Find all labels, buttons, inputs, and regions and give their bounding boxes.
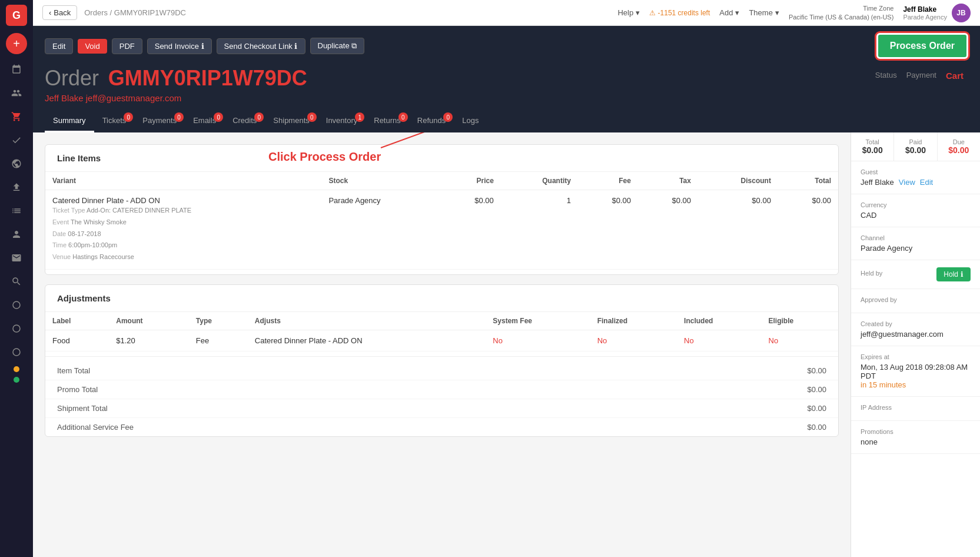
adj-cell-type: Fee: [189, 330, 248, 351]
tab-inventory[interactable]: Inventory 1: [318, 110, 366, 132]
topnav-right: Help ▾ ⚠ -1151 credits left Add ▾ Theme …: [617, 4, 971, 22]
adj-cell-adjusts: Catered Dinner Plate - ADD ON: [248, 330, 486, 351]
rs-total-paid: Paid $0.00: [894, 132, 937, 161]
adjustments-card: Adjustments Label Amount Type Adjusts Sy…: [45, 284, 839, 437]
line-items-header: Line Items: [45, 145, 838, 172]
adj-header-row: Label Amount Type Adjusts System Fee Fin…: [45, 312, 838, 330]
tab-refunds[interactable]: Refunds 0: [409, 110, 454, 132]
adj-col-sysfee: System Fee: [486, 312, 590, 330]
line-items-content: Variant Stock Price Quantity Fee Tax Dis…: [45, 172, 838, 274]
rs-guest-row: Jeff Blake View Edit: [861, 178, 971, 187]
cell-quantity: 1: [501, 190, 578, 270]
col-quantity: Quantity: [501, 172, 578, 190]
user-info: Jeff Blake Parade Agency JB: [903, 4, 971, 22]
theme-menu[interactable]: Theme ▾: [749, 8, 779, 17]
credits-indicator: ⚠ -1151 credits left: [649, 9, 710, 17]
duplicate-button[interactable]: Duplicate ⧉: [310, 38, 365, 54]
sidebar-icon-search[interactable]: [6, 271, 27, 292]
tab-returns[interactable]: Returns 0: [366, 110, 409, 132]
status-tab[interactable]: Status: [875, 71, 897, 81]
col-price: Price: [441, 172, 501, 190]
table-row: Catered Dinner Plate - ADD ON Ticket Typ…: [45, 190, 838, 270]
svg-point-0: [13, 301, 20, 309]
sidebar-icon-person[interactable]: [6, 224, 27, 245]
line-items-table: Variant Stock Price Quantity Fee Tax Dis…: [45, 172, 838, 270]
sidebar-icon-mail[interactable]: [6, 247, 27, 268]
add-menu[interactable]: Add ▾: [719, 8, 739, 17]
rs-total-total: Total $0.00: [851, 132, 894, 161]
breadcrumb: Orders / GMMY0RIP1W79DC: [84, 8, 186, 17]
send-invoice-button[interactable]: Send Invoice ℹ: [147, 38, 212, 54]
rs-created-by: Created by jeff@guestmanager.com: [851, 313, 980, 346]
rs-approved-by: Approved by: [851, 289, 980, 313]
col-discount: Discount: [698, 172, 778, 190]
rs-ip-address: IP Address: [851, 397, 980, 421]
adj-col-label: Label: [45, 312, 109, 330]
sidebar-add-button[interactable]: +: [6, 33, 27, 54]
back-button[interactable]: ‹ Back: [42, 5, 77, 20]
tab-summary[interactable]: Summary: [45, 110, 94, 132]
line-items-header-row: Variant Stock Price Quantity Fee Tax Dis…: [45, 172, 838, 190]
order-action-bar: Edit Void PDF Send Invoice ℹ Send Checko…: [45, 33, 968, 59]
app-logo[interactable]: G: [6, 5, 27, 26]
cell-total: $0.00: [778, 190, 838, 270]
sidebar-icon-globe[interactable]: [6, 153, 27, 174]
hold-button[interactable]: Hold ℹ: [936, 267, 971, 281]
adj-col-adjusts: Adjusts: [248, 312, 486, 330]
sidebar: G +: [0, 0, 33, 557]
payment-tab[interactable]: Payment: [906, 71, 936, 81]
cell-discount: $0.00: [698, 190, 778, 270]
sidebar-icon-people[interactable]: [6, 82, 27, 104]
adjustments-content: Label Amount Type Adjusts System Fee Fin…: [45, 312, 838, 352]
col-tax: Tax: [638, 172, 698, 190]
edit-button[interactable]: Edit: [45, 38, 73, 54]
sidebar-dot-green: [14, 377, 19, 383]
order-customer: Jeff Blake jeff@guestmanager.com: [45, 93, 875, 103]
rs-totals: Total $0.00 Paid $0.00 Due $0.00: [851, 132, 980, 161]
adjustments-table: Label Amount Type Adjusts System Fee Fin…: [45, 312, 838, 352]
sidebar-icon-circle1[interactable]: [6, 294, 27, 316]
adj-cell-label: Food: [45, 330, 109, 351]
sidebar-icon-check[interactable]: [6, 130, 27, 151]
totals-section: Item Total $0.00 Promo Total $0.00 Shipm…: [45, 356, 838, 436]
tab-logs[interactable]: Logs: [454, 110, 487, 132]
help-menu[interactable]: Help ▾: [617, 8, 640, 17]
rs-promotions: Promotions none: [851, 421, 980, 454]
tab-credits[interactable]: Credits 0: [224, 110, 265, 132]
rs-expires-at: Expires at Mon, 13 Aug 2018 09:28:08 AM …: [851, 346, 980, 397]
sidebar-icon-cart[interactable]: [6, 106, 27, 127]
tab-payments[interactable]: Payments 0: [134, 110, 185, 132]
cell-variant: Catered Dinner Plate - ADD ON Ticket Typ…: [45, 190, 321, 270]
user-text: Jeff Blake Parade Agency: [903, 5, 947, 21]
svg-point-2: [13, 349, 20, 356]
col-stock: Stock: [321, 172, 440, 190]
sidebar-dot-yellow: [14, 366, 19, 372]
sidebar-icon-circle3[interactable]: [6, 342, 27, 363]
sidebar-icon-list[interactable]: [6, 200, 27, 221]
col-total: Total: [778, 172, 838, 190]
main-area: ‹ Back Orders / GMMY0RIP1W79DC Help ▾ ⚠ …: [33, 0, 980, 557]
sidebar-icon-calendar[interactable]: [6, 59, 27, 80]
rs-total-due: Due $0.00: [938, 132, 980, 161]
adjustments-header: Adjustments: [45, 285, 838, 312]
tab-tickets[interactable]: Tickets 0: [94, 110, 135, 132]
sidebar-icon-upload[interactable]: [6, 177, 27, 198]
avatar: JB: [952, 4, 971, 22]
tab-emails[interactable]: Emails 0: [185, 110, 224, 132]
svg-point-1: [13, 325, 20, 332]
rs-currency: Currency CAD: [851, 194, 980, 227]
adj-col-eligible: Eligible: [762, 312, 839, 330]
process-order-button[interactable]: Process Order: [876, 33, 968, 59]
cell-stock: Parade Agency: [321, 190, 440, 270]
cell-tax: $0.00: [638, 190, 698, 270]
void-button[interactable]: Void: [78, 39, 107, 54]
promo-total-row: Promo Total $0.00: [45, 380, 838, 399]
col-variant: Variant: [45, 172, 321, 190]
shipment-total-row: Shipment Total $0.00: [45, 399, 838, 417]
send-checkout-link-button[interactable]: Send Checkout Link ℹ: [217, 38, 305, 54]
tab-shipments[interactable]: Shipments 0: [265, 110, 317, 132]
order-status-tabs: Status Payment Cart: [875, 71, 964, 81]
pdf-button[interactable]: PDF: [112, 38, 142, 54]
sidebar-icon-circle2[interactable]: [6, 318, 27, 339]
col-fee: Fee: [578, 172, 638, 190]
